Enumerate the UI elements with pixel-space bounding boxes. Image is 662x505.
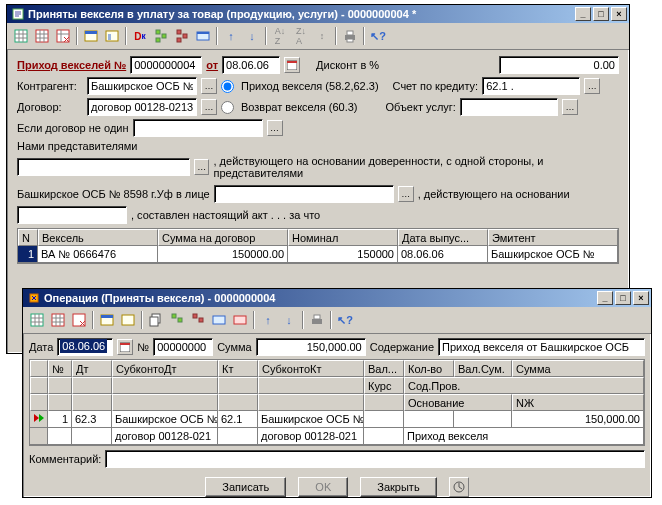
maximize-button[interactable]: □ bbox=[615, 291, 631, 305]
titlebar-1: Приняты векселя в уплату за товар (проду… bbox=[7, 5, 629, 23]
tb-form2-icon[interactable] bbox=[118, 310, 138, 330]
tb-grid1-icon[interactable] bbox=[11, 26, 31, 46]
tb-copy-icon[interactable] bbox=[146, 310, 166, 330]
titlebar-2: Операция (Приняты векселя) - 0000000004 … bbox=[23, 289, 651, 307]
svg-rect-1 bbox=[15, 30, 27, 42]
prihod-link[interactable]: Приход векселей № bbox=[17, 59, 126, 71]
tb-up-icon[interactable]: ↑ bbox=[258, 310, 278, 330]
tb-sort-desc-icon[interactable]: Z↓A bbox=[291, 26, 311, 46]
nami-input[interactable] bbox=[17, 158, 190, 176]
svg-rect-28 bbox=[150, 317, 158, 326]
operation-window: Операция (Приняты векселя) - 0000000004 … bbox=[22, 288, 652, 498]
esli-input[interactable] bbox=[133, 119, 263, 137]
svg-rect-33 bbox=[213, 316, 225, 324]
svg-rect-36 bbox=[314, 315, 320, 319]
minimize-button[interactable]: _ bbox=[575, 7, 591, 21]
comment-input[interactable] bbox=[105, 450, 645, 468]
tb-grid2-icon[interactable] bbox=[48, 310, 68, 330]
tb-form2-icon[interactable] bbox=[102, 26, 122, 46]
sostav-input[interactable] bbox=[17, 206, 127, 224]
lookup-icon[interactable]: … bbox=[584, 78, 600, 94]
tb-form1-icon[interactable] bbox=[97, 310, 117, 330]
doc-number-input[interactable] bbox=[130, 56, 202, 74]
tb-form1-icon[interactable] bbox=[81, 26, 101, 46]
maximize-button[interactable]: □ bbox=[593, 7, 609, 21]
tb-tree2-icon[interactable] bbox=[188, 310, 208, 330]
lookup-icon[interactable]: … bbox=[562, 99, 578, 115]
op-grid[interactable]: № Дт СубконтоДт Кт СубконтоКт Вал... Кол… bbox=[29, 359, 645, 446]
tb-sort-icon[interactable]: ↕ bbox=[312, 26, 332, 46]
svg-rect-11 bbox=[177, 38, 181, 42]
tb-card-icon[interactable] bbox=[193, 26, 213, 46]
ot-link[interactable]: от bbox=[206, 59, 218, 71]
op-num-input[interactable] bbox=[153, 338, 213, 356]
schet-input[interactable] bbox=[482, 77, 580, 95]
radio-vozvrat[interactable] bbox=[221, 101, 234, 114]
close-form-button[interactable]: Закрыть bbox=[360, 477, 436, 497]
close-button[interactable]: × bbox=[611, 7, 627, 21]
col-veksel: Вексель bbox=[38, 229, 158, 246]
esli-label: Если договор не один bbox=[17, 122, 129, 134]
discount-label: Дисконт в % bbox=[316, 59, 379, 71]
lookup-icon[interactable]: … bbox=[398, 186, 414, 202]
op-sum-input[interactable] bbox=[256, 338, 366, 356]
col-date: Дата выпус... bbox=[398, 229, 488, 246]
svg-rect-8 bbox=[156, 38, 160, 42]
tb-card2-icon[interactable] bbox=[230, 310, 250, 330]
tb-print-icon[interactable] bbox=[307, 310, 327, 330]
obj-input[interactable] bbox=[460, 98, 558, 116]
tb-grid2-icon[interactable] bbox=[32, 26, 52, 46]
radio-vozvrat-label: Возврат векселя (60.3) bbox=[241, 101, 358, 113]
schet-label: Счет по кредиту: bbox=[393, 80, 479, 92]
tb-tree1-icon[interactable] bbox=[167, 310, 187, 330]
svg-rect-2 bbox=[36, 30, 48, 42]
calendar-icon[interactable] bbox=[117, 339, 133, 355]
lookup-icon[interactable]: … bbox=[194, 159, 209, 175]
discount-input[interactable] bbox=[499, 56, 619, 74]
tb-help-icon[interactable]: ↖? bbox=[368, 26, 388, 46]
op-row[interactable]: договор 00128-021 договор 00128-021 Прих… bbox=[30, 428, 644, 445]
svg-rect-5 bbox=[85, 31, 97, 34]
grid-row[interactable]: 1 ВА № 0666476 150000.00 150000 08.06.06… bbox=[18, 246, 618, 263]
doc-icon bbox=[11, 7, 25, 21]
op-date-input[interactable]: 08.06.06 bbox=[57, 338, 113, 356]
lookup-icon[interactable]: … bbox=[201, 78, 217, 94]
tb-help-icon[interactable]: ↖? bbox=[335, 310, 355, 330]
close-button[interactable]: × bbox=[633, 291, 649, 305]
calendar-icon[interactable] bbox=[284, 57, 300, 73]
bank-input[interactable] bbox=[214, 185, 394, 203]
svg-rect-31 bbox=[193, 314, 197, 318]
minimize-button[interactable]: _ bbox=[597, 291, 613, 305]
sostav-label: , составлен настоящий акт . . . за что bbox=[131, 209, 320, 221]
tb-tree2-icon[interactable] bbox=[172, 26, 192, 46]
lookup-icon[interactable]: … bbox=[267, 120, 283, 136]
op-cont-input[interactable] bbox=[438, 338, 645, 356]
ok-button[interactable]: OK bbox=[298, 477, 348, 497]
deist2-label: , действующего на основании bbox=[418, 188, 570, 200]
lookup-icon[interactable]: … bbox=[201, 99, 217, 115]
tb-print-icon[interactable] bbox=[340, 26, 360, 46]
veksel-grid[interactable]: N Вексель Сумма на договор Номинал Дата … bbox=[17, 228, 619, 264]
tb-grid3-icon[interactable] bbox=[53, 26, 73, 46]
save-button[interactable]: Записать bbox=[205, 477, 286, 497]
tb-grid3-icon[interactable] bbox=[69, 310, 89, 330]
doc-date-input[interactable] bbox=[222, 56, 280, 74]
tb-dk-icon[interactable]: Dк bbox=[130, 26, 150, 46]
tb-sort-asc-icon[interactable]: A↓Z bbox=[270, 26, 290, 46]
svg-rect-32 bbox=[199, 318, 203, 322]
kontr-input[interactable] bbox=[87, 77, 197, 95]
dogovor-input[interactable] bbox=[87, 98, 197, 116]
op-row[interactable]: 1 62.3 Башкирское ОСБ № 62.1 Башкирское … bbox=[30, 411, 644, 428]
tb-tree1-icon[interactable] bbox=[151, 26, 171, 46]
tb-grid1-icon[interactable] bbox=[27, 310, 47, 330]
tb-up-icon[interactable]: ↑ bbox=[221, 26, 241, 46]
col-emitent: Эмитент bbox=[488, 229, 618, 246]
svg-rect-19 bbox=[287, 61, 297, 63]
bank-line-label: Башкирское ОСБ № 8598 г.Уф в лице bbox=[17, 188, 210, 200]
action-icon[interactable] bbox=[449, 477, 469, 497]
tb-down-icon[interactable]: ↓ bbox=[279, 310, 299, 330]
tb-down-icon[interactable]: ↓ bbox=[242, 26, 262, 46]
toolbar-2: ↑ ↓ ↖? bbox=[23, 307, 651, 334]
radio-prihod[interactable] bbox=[221, 80, 234, 93]
tb-card1-icon[interactable] bbox=[209, 310, 229, 330]
